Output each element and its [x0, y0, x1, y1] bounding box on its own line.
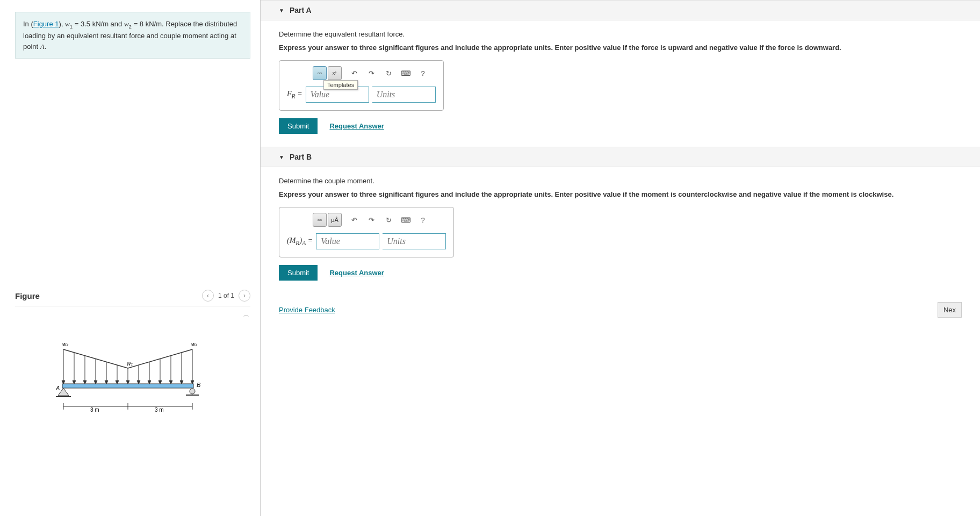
part-a-variable: FR =: [287, 90, 302, 100]
part-a-answer-box: ▫▫ xᵃ Templates ↶ ↷ ↻ ⌨ ? FR =: [279, 60, 444, 111]
redo-icon[interactable]: ↷: [366, 68, 376, 78]
svg-marker-11: [116, 381, 119, 384]
figure-body: ︿: [15, 306, 250, 430]
label-dim1: 3 m: [90, 407, 99, 413]
label-b: B: [197, 382, 200, 388]
next-button[interactable]: Nex: [938, 302, 962, 318]
part-b-header[interactable]: ▼ Part B: [261, 147, 980, 167]
w2-var: w: [124, 20, 129, 28]
part-a-units-input[interactable]: [372, 87, 436, 103]
svg-marker-15: [137, 381, 140, 384]
w1-var: w: [65, 20, 70, 28]
label-w2r: w₂: [191, 341, 198, 347]
part-a-actions: Submit Request Answer: [279, 118, 962, 134]
templates-button[interactable]: ▫▫: [313, 66, 327, 80]
part-b-request-answer[interactable]: Request Answer: [329, 269, 384, 277]
part-b-title: Part B: [290, 153, 312, 161]
part-b-units-input[interactable]: [383, 233, 446, 249]
part-a-request-answer[interactable]: Request Answer: [329, 122, 384, 130]
figure-section: Figure ‹ 1 of 1 › ︿: [15, 285, 250, 430]
part-b-actions: Submit Request Answer: [279, 265, 962, 281]
svg-marker-9: [105, 381, 108, 384]
symbols-button[interactable]: xᵃ: [328, 66, 342, 80]
part-b-value-input[interactable]: [316, 233, 379, 249]
part-b-answer-row: (MR)A =: [287, 233, 446, 249]
provide-feedback-link[interactable]: Provide Feedback: [279, 306, 335, 314]
part-a-answer-row: FR =: [287, 87, 436, 103]
part-b-answer-box: ▫▫ μÅ ↶ ↷ ↻ ⌨ ? (MR)A =: [279, 207, 454, 257]
figure-link[interactable]: Figure 1: [33, 20, 59, 28]
part-a-toolbar: ▫▫ xᵃ Templates ↶ ↷ ↻ ⌨ ?: [313, 66, 436, 80]
point-a: A: [40, 42, 45, 51]
part-a-prompt: Determine the equivalent resultant force…: [279, 30, 962, 38]
reset-icon[interactable]: ↻: [384, 215, 393, 225]
label-w1: w₁: [127, 361, 133, 367]
svg-marker-25: [191, 381, 194, 384]
keyboard-icon[interactable]: ⌨: [401, 68, 410, 78]
help-icon[interactable]: ?: [418, 68, 428, 78]
svg-marker-3: [73, 381, 76, 384]
svg-marker-17: [148, 381, 151, 384]
figure-header: Figure ‹ 1 of 1 ›: [15, 285, 250, 306]
figure-title: Figure: [15, 291, 40, 300]
label-w2l: w₂: [62, 341, 69, 347]
part-b-instruction: Express your answer to three significant…: [279, 190, 962, 198]
part-a-header[interactable]: ▼ Part A: [261, 0, 980, 20]
part-b-submit-button[interactable]: Submit: [279, 265, 318, 281]
part-b-body: Determine the couple moment. Express you…: [261, 167, 980, 293]
reset-icon[interactable]: ↻: [384, 68, 393, 78]
caret-down-icon: ▼: [279, 8, 284, 13]
templates-button-b[interactable]: ▫▫: [313, 213, 327, 227]
beam-diagram: w₂ w₁ w₂ A B 3 m 3 m: [53, 339, 214, 430]
problem-statement: In (Figure 1), w1 = 3.5 kN/m and w2 = 8 …: [15, 12, 250, 59]
svg-marker-19: [158, 381, 162, 384]
problem-mid1: ),: [59, 20, 66, 28]
templates-tooltip: Templates: [323, 80, 358, 90]
part-a-title: Part A: [290, 6, 312, 15]
svg-point-29: [190, 389, 195, 394]
help-icon[interactable]: ?: [418, 215, 428, 225]
part-b-prompt: Determine the couple moment.: [279, 177, 962, 185]
figure-prev-button[interactable]: ‹: [202, 290, 214, 302]
problem-prefix: In (: [23, 20, 33, 28]
svg-marker-7: [94, 381, 97, 384]
right-panel: ▼ Part A Determine the equivalent result…: [261, 0, 980, 516]
keyboard-icon[interactable]: ⌨: [401, 215, 410, 225]
svg-marker-5: [83, 381, 87, 384]
figure-counter: 1 of 1: [218, 292, 234, 299]
caret-down-icon: ▼: [279, 154, 284, 160]
svg-marker-13: [126, 381, 129, 384]
part-b-variable: (MR)A =: [287, 236, 313, 247]
redo-icon[interactable]: ↷: [366, 215, 376, 225]
undo-icon[interactable]: ↶: [349, 68, 359, 78]
problem-end: .: [45, 42, 47, 51]
scroll-up-icon[interactable]: ︿: [243, 311, 249, 319]
w1-eq: = 3.5 kN/m and: [73, 20, 124, 28]
figure-nav: ‹ 1 of 1 ›: [202, 290, 250, 302]
left-panel: In (Figure 1), w1 = 3.5 kN/m and w2 = 8 …: [0, 0, 261, 516]
part-a-instruction: Express your answer to three significant…: [279, 44, 962, 52]
svg-rect-26: [62, 384, 193, 388]
label-a: A: [55, 385, 60, 391]
svg-marker-1: [62, 381, 65, 384]
label-dim2: 3 m: [155, 407, 164, 413]
symbols-button-b[interactable]: μÅ: [328, 213, 342, 227]
svg-marker-23: [180, 381, 183, 384]
undo-icon[interactable]: ↶: [349, 215, 359, 225]
part-b-toolbar: ▫▫ μÅ ↶ ↷ ↻ ⌨ ?: [313, 213, 446, 227]
figure-next-button[interactable]: ›: [239, 290, 250, 302]
part-a-submit-button[interactable]: Submit: [279, 118, 318, 134]
feedback-row: Provide Feedback Nex: [261, 302, 980, 318]
svg-marker-21: [169, 381, 172, 384]
part-a-body: Determine the equivalent resultant force…: [261, 20, 980, 147]
